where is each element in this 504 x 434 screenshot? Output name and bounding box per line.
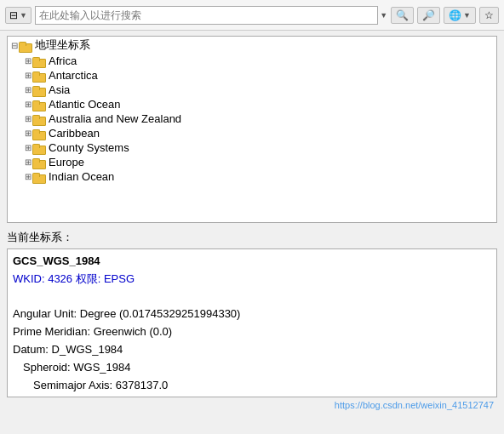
- info-line-8: Semimajor Axis: 6378137.0: [13, 377, 491, 395]
- info-line-4: Angular Unit: Degree (0.0174532925199433…: [13, 306, 491, 323]
- caribbean-label: Caribbean: [49, 127, 100, 140]
- globe-button[interactable]: 🌐 ▼: [444, 7, 476, 24]
- list-item[interactable]: ⊞ Antarctica: [8, 68, 496, 83]
- star-button[interactable]: ☆: [479, 7, 499, 24]
- root-label: 地理坐标系: [35, 37, 90, 53]
- list-item[interactable]: ⊞ Africa: [8, 54, 496, 68]
- tree-panel[interactable]: ⊟ 地理坐标系 ⊞ Africa ⊞ Antarctica ⊞ Asia ⊞ A…: [7, 36, 497, 223]
- info-line-3: [13, 288, 491, 306]
- info-line-7: Spheroid: WGS_1984: [13, 359, 491, 377]
- antarctica-expand-icon: ⊞: [25, 71, 32, 80]
- antarctica-label: Antarctica: [49, 69, 98, 82]
- list-item[interactable]: ⊞ Indian Ocean: [8, 169, 496, 184]
- toolbar: ⊟ ▼ ▼ 🔍 🔎 🌐 ▼ ☆: [0, 0, 504, 31]
- info-line-2: WKID: 4326 权限: EPSG: [13, 271, 491, 288]
- list-item[interactable]: ⊞ Australia and New Zealand: [8, 111, 496, 126]
- list-item[interactable]: ⊞ Caribbean: [8, 126, 496, 140]
- atlantic-folder-icon: [32, 99, 46, 110]
- europe-expand-icon: ⊞: [25, 157, 32, 167]
- tree-root[interactable]: ⊟ 地理坐标系: [8, 37, 496, 54]
- indian-label: Indian Ocean: [49, 170, 114, 183]
- atlantic-label: Atlantic Ocean: [49, 98, 121, 111]
- africa-folder-icon: [32, 55, 46, 66]
- australia-label: Australia and New Zealand: [49, 112, 181, 125]
- filter-button[interactable]: ⊟ ▼: [5, 7, 32, 24]
- info-line-1: GCS_WGS_1984: [13, 253, 491, 271]
- search-button-2[interactable]: 🔎: [417, 7, 440, 24]
- search-input[interactable]: [35, 6, 378, 25]
- caribbean-folder-icon: [32, 128, 46, 139]
- australia-expand-icon: ⊞: [25, 114, 32, 123]
- root-folder-icon: [19, 40, 32, 51]
- info-line-6: Datum: D_WGS_1984: [13, 341, 491, 359]
- search-dropdown-arrow: ▼: [380, 11, 387, 20]
- asia-label: Asia: [49, 83, 70, 96]
- county-expand-icon: ⊞: [25, 143, 32, 152]
- search-button[interactable]: 🔍: [391, 7, 414, 24]
- filter-dropdown-arrow: ▼: [20, 11, 27, 20]
- list-item[interactable]: ⊞ County Systems: [8, 140, 496, 155]
- list-item[interactable]: ⊞ Atlantic Ocean: [8, 97, 496, 111]
- asia-folder-icon: [32, 84, 46, 95]
- europe-label: Europe: [49, 156, 84, 168]
- county-label: County Systems: [49, 141, 129, 154]
- current-crs-label: 当前坐标系：: [7, 228, 497, 247]
- antarctica-folder-icon: [32, 70, 46, 81]
- list-item[interactable]: ⊞ Asia: [8, 83, 496, 97]
- list-item[interactable]: ⊞ Europe: [8, 155, 496, 169]
- info-line-9: Semiminor Axis: 6356752.314245179: [13, 394, 491, 397]
- africa-label: Africa: [49, 54, 77, 67]
- australia-folder-icon: [32, 113, 46, 124]
- globe-icon: 🌐: [449, 9, 461, 21]
- globe-dropdown-arrow: ▼: [463, 11, 471, 20]
- watermark: https://blog.csdn.net/weixin_41512747: [7, 400, 497, 410]
- info-panel[interactable]: GCS_WGS_1984 WKID: 4326 权限: EPSG Angular…: [7, 248, 497, 397]
- indian-folder-icon: [32, 171, 46, 182]
- atlantic-expand-icon: ⊞: [25, 100, 32, 109]
- indian-expand-icon: ⊞: [25, 172, 32, 181]
- info-line-5: Prime Meridian: Greenwich (0.0): [13, 323, 491, 341]
- main-panel: ⊟ 地理坐标系 ⊞ Africa ⊞ Antarctica ⊞ Asia ⊞ A…: [0, 31, 504, 415]
- asia-expand-icon: ⊞: [25, 85, 32, 94]
- africa-expand-icon: ⊞: [25, 56, 32, 66]
- root-expand-icon: ⊟: [11, 41, 18, 50]
- europe-folder-icon: [32, 157, 46, 168]
- county-folder-icon: [32, 142, 46, 153]
- filter-icon: ⊟: [9, 9, 18, 21]
- caribbean-expand-icon: ⊞: [25, 128, 32, 138]
